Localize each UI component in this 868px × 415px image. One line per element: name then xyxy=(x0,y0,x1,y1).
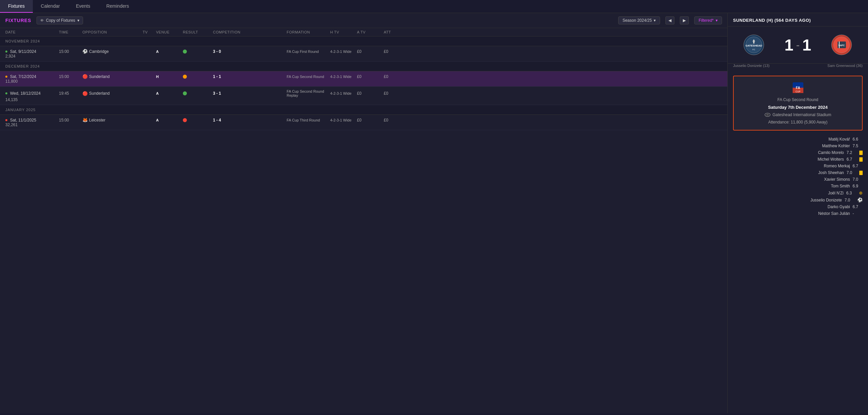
fixture-att: 2,924 xyxy=(5,54,59,59)
date-text: Sat, 11/1/2025 xyxy=(10,118,36,123)
fixture-result: 1 - 1 xyxy=(213,74,287,79)
season-label: Season 2024/25 xyxy=(623,18,652,23)
date-text: Sat, 7/12/2024 xyxy=(10,74,36,79)
col-competition: COMPETITION xyxy=(213,30,287,34)
player-name: Romeo Merkaj xyxy=(824,164,850,168)
list-item: Néstor San Julián - xyxy=(733,210,863,217)
home-team-logo: GATESHEAD FC xyxy=(742,33,766,57)
fixture-date: Wed, 18/12/2024 xyxy=(5,91,59,96)
opposition-name: Sunderland xyxy=(89,91,110,96)
away-team-logo: SAFC xyxy=(830,33,853,57)
venue-badge: A xyxy=(156,91,159,95)
plus-icon: ⊕ xyxy=(859,190,863,195)
section-december-2024: DECEMBER 2024 xyxy=(0,62,727,71)
player-name: Michel Wolters xyxy=(818,157,844,162)
table-row[interactable]: Sat, 11/1/2025 15:00 🦊 Leicester A 1 - 4… xyxy=(0,115,727,130)
tab-fixtures[interactable]: Fixtures xyxy=(0,0,33,13)
goal-ball-icon: ⚽ xyxy=(857,197,863,202)
col-result: RESULT xyxy=(183,30,213,34)
fixture-date: Sat, 9/11/2024 xyxy=(5,49,59,54)
club-badge-icon: 🦊 xyxy=(82,118,88,123)
result-dot xyxy=(183,118,187,122)
fixtures-label: FIXTURES xyxy=(5,18,31,23)
col-opposition: OPPOSITION xyxy=(82,30,143,34)
list-item: Darko Gyabi 6.7 xyxy=(733,203,863,210)
opposition-name: Sunderland xyxy=(89,74,110,79)
player-name: Camilo Morelo xyxy=(818,150,844,155)
fixture-att: 11,800 xyxy=(5,79,59,84)
table-row[interactable]: Sat, 9/11/2024 15:00 ⚽ Cambridge A 3 - 0… xyxy=(0,46,727,62)
fixture-htv: £0 xyxy=(357,91,384,96)
fixtures-table: NOVEMBER 2024 Sat, 9/11/2024 15:00 ⚽ Cam… xyxy=(0,36,727,413)
fixture-status-dot xyxy=(183,75,213,78)
col-formation: FORMATION xyxy=(287,30,330,34)
result-dot xyxy=(183,75,187,78)
score-section: GATESHEAD FC 1 - 1 SAFC xyxy=(728,26,868,64)
tab-reminders[interactable]: Reminders xyxy=(98,0,137,13)
table-row[interactable]: Sat, 7/12/2024 15:00 🔴 Sunderland H 1 - … xyxy=(0,71,727,87)
fa-cup-badge-icon: FA CUP xyxy=(792,82,804,94)
col-time: TIME xyxy=(59,30,82,34)
player-name: Matěj Kovář xyxy=(829,137,850,141)
fixture-opposition: ⚽ Cambridge xyxy=(82,49,143,54)
main-container: FIXTURES 👁 Copy of Fixtures ▾ Season 202… xyxy=(0,13,868,413)
svg-text:FA: FA xyxy=(796,86,800,90)
list-item: Matthew Kohler 7.5 xyxy=(733,142,863,149)
list-item: Matěj Kovář 6.6 xyxy=(733,136,863,142)
match-info-box[interactable]: FA CUP FA Cup Second Round Saturday 7th … xyxy=(733,76,863,130)
player-rating: 7.5 xyxy=(852,143,863,148)
result-indicator xyxy=(5,76,7,78)
player-name: Néstor San Julián xyxy=(818,211,850,216)
filter-label: Filtered* xyxy=(699,18,714,23)
fixture-formation: 4-2-3-1 Wide xyxy=(330,50,357,54)
section-november-2024: NOVEMBER 2024 xyxy=(0,36,727,46)
yellow-card-icon xyxy=(859,157,863,162)
top-navigation: Fixtures Calendar Events Reminders xyxy=(0,0,868,13)
player-rating: 6.9 xyxy=(852,184,863,188)
col-date: DATE xyxy=(5,30,59,34)
club-badge-icon: 🔴 xyxy=(82,91,88,96)
fixture-time: 15:00 xyxy=(59,74,82,79)
season-selector[interactable]: Season 2024/25 ▾ xyxy=(618,17,660,25)
fixture-htv: £0 xyxy=(357,118,384,123)
fixture-atv: £0 xyxy=(384,118,410,123)
svg-text:GATESHEAD: GATESHEAD xyxy=(745,44,762,47)
player-rating: 7.0 xyxy=(846,170,857,175)
col-tv: TV xyxy=(143,30,156,34)
tab-calendar[interactable]: Calendar xyxy=(33,0,68,13)
player-name: Xavier Simons xyxy=(824,177,850,182)
fixture-venue: A xyxy=(156,118,183,122)
club-badge-icon: 🔴 xyxy=(82,74,88,79)
date-text: Wed, 18/12/2024 xyxy=(10,91,40,96)
fixture-formation: 4-2-3-1 Wide xyxy=(330,75,357,78)
match-detail-panel: SUNDERLAND (H) (564 DAYS AGO) GATESHEAD … xyxy=(727,13,868,413)
fixture-result: 3 - 0 xyxy=(213,49,287,54)
list-item: Camilo Morelo 7.2 xyxy=(733,149,863,156)
filter-button[interactable]: Filtered* ▾ xyxy=(694,17,722,25)
player-name: Tom Smith xyxy=(831,184,850,188)
tab-events[interactable]: Events xyxy=(68,0,98,13)
player-rating: 7.2 xyxy=(846,150,857,155)
player-name: Josh Sheehan xyxy=(818,170,844,175)
player-rating: 7.0 xyxy=(844,198,855,202)
fixture-formation: 4-2-3-1 Wide xyxy=(330,91,357,95)
fixture-result: 1 - 4 xyxy=(213,118,287,123)
view-selector[interactable]: 👁 Copy of Fixtures ▾ xyxy=(36,17,83,25)
player-name: Joël N'Zi xyxy=(828,191,843,195)
fixture-status-dot xyxy=(183,118,213,122)
match-date-label: Saturday 7th December 2024 xyxy=(768,105,828,110)
player-rating: 6.7 xyxy=(852,204,863,209)
players-section: Matěj Kovář 6.6 Matthew Kohler 7.5 Camil… xyxy=(728,133,868,220)
stadium-icon xyxy=(765,113,771,117)
prev-season-button[interactable]: ◀ xyxy=(665,17,675,25)
player-rating: 6.6 xyxy=(852,137,863,141)
season-chevron-icon: ▾ xyxy=(654,18,656,23)
fixture-competition: FA Cup First Round xyxy=(287,50,330,54)
away-scorer: Sam Greenwood (36) xyxy=(828,64,863,68)
next-season-button[interactable]: ▶ xyxy=(680,17,689,25)
col-att: ATT xyxy=(384,30,410,34)
view-selector-label: Copy of Fixtures xyxy=(46,18,75,23)
table-row[interactable]: Wed, 18/12/2024 19:45 🔴 Sunderland A 3 -… xyxy=(0,87,727,105)
venue-badge: A xyxy=(156,118,159,122)
list-item: Romeo Merkaj 6.7 xyxy=(733,163,863,169)
